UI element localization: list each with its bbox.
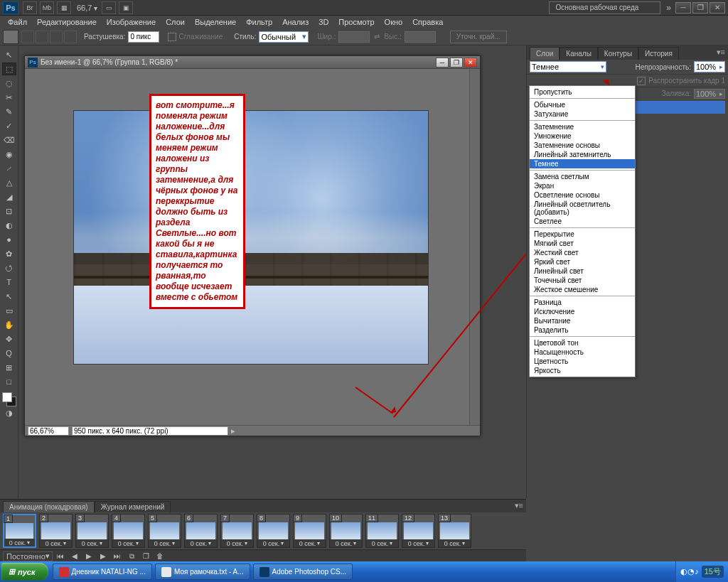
tool-16[interactable]: T: [2, 276, 16, 289]
tool-10[interactable]: ◢: [2, 190, 16, 203]
blend-option[interactable]: Вычитание: [530, 316, 635, 325]
system-tray[interactable]: ◐◔♪ 15号: [675, 561, 728, 582]
blend-option[interactable]: Пропустить: [530, 87, 635, 97]
tool-5[interactable]: ✓: [2, 119, 16, 132]
maximize-button[interactable]: ❐: [692, 2, 708, 14]
blend-option[interactable]: Разделить: [530, 325, 635, 335]
duplicate-frame-button[interactable]: ❐: [139, 551, 152, 561]
panel-menu-icon[interactable]: ▾≡: [717, 48, 725, 57]
blend-option[interactable]: Насыщенность: [530, 347, 635, 357]
menu-фильтр[interactable]: Фильтр: [241, 16, 277, 28]
doc-close-button[interactable]: ✕: [464, 58, 477, 68]
tool-1[interactable]: ⬚: [2, 63, 16, 75]
collapse-panels-icon[interactable]: »: [666, 3, 671, 13]
frame-3[interactable]: 30 сек.: [75, 514, 109, 548]
tool-18[interactable]: ▭: [2, 304, 16, 317]
blend-option[interactable]: Затемнение: [530, 122, 635, 131]
frame-13[interactable]: 130 сек.: [438, 514, 471, 548]
tool-6[interactable]: ⌫: [2, 134, 16, 146]
taskbar-item-0[interactable]: Дневник NATALI-NG ...: [53, 564, 152, 580]
blend-option[interactable]: Обычные: [530, 100, 635, 109]
blend-option[interactable]: Линейный свет: [530, 266, 635, 276]
frame-10[interactable]: 100 сек.: [329, 514, 363, 548]
blend-option[interactable]: Светлее: [530, 217, 635, 226]
view-extras-icon[interactable]: ▦: [57, 1, 71, 14]
taskbar-item-1[interactable]: Моя рамочка.txt - A...: [155, 564, 250, 580]
refine-edge-button[interactable]: Уточн. край...: [450, 31, 507, 43]
blend-option[interactable]: Жесткое смешение: [530, 285, 635, 294]
zoom-display[interactable]: 66,7 ▾: [77, 4, 97, 12]
tool-12[interactable]: ◐: [2, 219, 16, 232]
menu-выделение[interactable]: Выделение: [190, 16, 241, 28]
menu-слои[interactable]: Слои: [161, 16, 190, 28]
blend-option[interactable]: Затемнение основы: [530, 141, 635, 150]
doc-maximize-button[interactable]: ❐: [450, 58, 463, 68]
blend-option[interactable]: Точечный свет: [530, 276, 635, 285]
subtract-selection-icon[interactable]: [50, 31, 63, 43]
last-frame-button[interactable]: ⏭: [111, 551, 124, 561]
frame-2[interactable]: 20 сек.: [39, 514, 73, 548]
delete-frame-button[interactable]: 🗑: [154, 551, 166, 561]
anim-tab-1[interactable]: Журнал измерений: [95, 501, 171, 512]
tool-0[interactable]: ↖: [2, 48, 16, 61]
zoom-input[interactable]: 66,67%: [28, 426, 69, 436]
blend-option[interactable]: Линейный осветлитель (добавить): [530, 200, 635, 217]
panel-tab-0[interactable]: Слои: [530, 47, 560, 60]
tray-icons[interactable]: ◐◔♪: [680, 567, 699, 576]
tool-preset-icon[interactable]: [3, 30, 18, 44]
tool-17[interactable]: ↖: [2, 290, 16, 303]
arrange-icon[interactable]: ▭: [102, 1, 116, 14]
mini-bridge-icon[interactable]: Mb: [40, 1, 54, 14]
tool-4[interactable]: ✎: [2, 105, 16, 118]
document-canvas[interactable]: вот смотрите...я поменяла режим наложени…: [25, 69, 469, 425]
blend-option[interactable]: Линейный затемнитель: [530, 150, 635, 159]
info-arrow-icon[interactable]: ▸: [231, 426, 235, 436]
blend-option[interactable]: Экран: [530, 181, 635, 190]
tool-15[interactable]: ⭯: [2, 262, 16, 274]
menu-файл[interactable]: Файл: [3, 16, 32, 28]
panel-tab-3[interactable]: История: [638, 47, 679, 60]
tool-9[interactable]: △: [2, 176, 16, 189]
blend-option[interactable]: Мягкий свет: [530, 239, 635, 248]
frame-8[interactable]: 80 сек.: [257, 514, 290, 548]
tool-20[interactable]: ✥: [2, 333, 16, 345]
tool-14[interactable]: ✿: [2, 247, 16, 260]
blend-option[interactable]: Жесткий свет: [530, 248, 635, 257]
blend-option[interactable]: Перекрытие: [530, 230, 635, 239]
intersect-selection-icon[interactable]: [64, 31, 77, 43]
workspace-switcher[interactable]: Основная рабочая среда: [549, 1, 660, 14]
tool-11[interactable]: ⊡: [2, 205, 16, 217]
tool-3[interactable]: ✂: [2, 91, 16, 104]
menu-анализ[interactable]: Анализ: [277, 16, 314, 28]
color-swatches[interactable]: [2, 392, 16, 406]
start-button[interactable]: ⊞пуск: [1, 563, 48, 581]
frame-4[interactable]: 40 сек.: [112, 514, 145, 548]
menu-окно[interactable]: Окно: [380, 16, 408, 28]
screen-mode-icon[interactable]: ▣: [119, 1, 133, 14]
tool-21[interactable]: Q: [2, 347, 16, 360]
new-selection-icon[interactable]: [21, 31, 34, 43]
menu-изображение[interactable]: Изображение: [102, 16, 161, 28]
animation-menu-icon[interactable]: ▾≡: [515, 501, 523, 510]
tool-7[interactable]: ◉: [2, 148, 16, 161]
vertical-scrollbar[interactable]: [469, 69, 480, 425]
frame-7[interactable]: 70 сек.: [220, 514, 254, 548]
frame-5[interactable]: 50 сек.: [148, 514, 181, 548]
first-frame-button[interactable]: ⏮: [54, 551, 67, 561]
blend-mode-dropdown[interactable]: ПропуститьОбычныеЗатуханиеЗатемнениеУмно…: [529, 85, 636, 377]
menu-справка[interactable]: Справка: [407, 16, 448, 28]
tool-8[interactable]: ⟋: [2, 162, 16, 175]
tool-22[interactable]: ⊞: [2, 361, 16, 374]
doc-minimize-button[interactable]: ─: [436, 58, 449, 68]
panel-tab-2[interactable]: Контуры: [598, 47, 638, 60]
document-titlebar[interactable]: Ps Без имени-1 @ 66,7% (Группа 1, RGB/8)…: [25, 56, 480, 69]
blend-option[interactable]: Умножение: [530, 131, 635, 141]
menu-просмотр[interactable]: Просмотр: [333, 16, 379, 28]
next-frame-button[interactable]: ▶: [97, 551, 109, 561]
play-button[interactable]: ▶: [82, 551, 95, 561]
anim-tab-0[interactable]: Анимация (покадровая): [3, 501, 95, 512]
minimize-button[interactable]: ─: [675, 2, 691, 14]
tool-19[interactable]: ✋: [2, 318, 16, 331]
menu-3d[interactable]: 3D: [314, 16, 333, 28]
tool-23[interactable]: □: [2, 375, 16, 388]
